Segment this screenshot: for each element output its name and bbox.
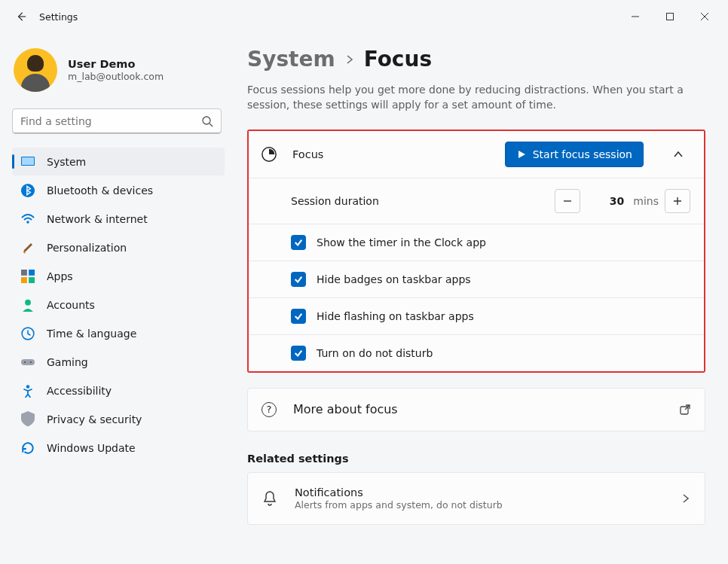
- play-icon: [516, 149, 527, 160]
- checkbox-hide-badges[interactable]: [291, 272, 306, 287]
- notifications-title: Notifications: [295, 486, 503, 498]
- help-icon: ?: [262, 402, 277, 417]
- bluetooth-icon: [21, 184, 35, 197]
- svg-rect-12: [21, 359, 35, 365]
- nav-item-personalization[interactable]: Personalization: [12, 233, 225, 261]
- minimize-icon: [632, 13, 639, 20]
- search-box[interactable]: [12, 108, 222, 134]
- nav-item-accounts[interactable]: Accounts: [12, 291, 225, 319]
- back-button[interactable]: [6, 2, 36, 32]
- more-about-focus-card[interactable]: ? More about focus: [247, 388, 705, 431]
- collapse-button[interactable]: [666, 142, 690, 166]
- duration-value: 30: [586, 195, 627, 207]
- duration-unit: mins: [633, 195, 659, 207]
- close-button[interactable]: [687, 5, 722, 29]
- focus-icon: [261, 146, 277, 163]
- window-title: Settings: [39, 11, 78, 23]
- gamepad-icon: [21, 355, 35, 369]
- chevron-right-icon: [344, 54, 355, 65]
- svg-rect-9: [29, 277, 35, 283]
- plus-icon: [672, 196, 683, 206]
- nav-label: Accounts: [47, 299, 95, 311]
- close-icon: [701, 13, 708, 20]
- nav: System Bluetooth & devices Network & int…: [12, 148, 225, 462]
- more-about-label: More about focus: [293, 402, 398, 416]
- nav-label: Bluetooth & devices: [47, 184, 153, 197]
- brush-icon: [21, 241, 35, 255]
- option-label: Hide badges on taskbar apps: [317, 273, 471, 285]
- page-description: Focus sessions help you get more done by…: [247, 82, 699, 113]
- chevron-up-icon: [673, 149, 684, 160]
- minus-icon: [562, 196, 573, 206]
- minimize-button[interactable]: [618, 5, 653, 29]
- nav-label: Windows Update: [47, 442, 136, 454]
- search-icon: [201, 115, 213, 127]
- svg-point-1: [203, 117, 210, 124]
- session-duration-label: Session duration: [291, 195, 379, 207]
- breadcrumb-parent[interactable]: System: [247, 47, 335, 72]
- increase-duration-button[interactable]: [665, 189, 690, 213]
- svg-point-13: [24, 361, 26, 363]
- external-link-icon: [679, 404, 691, 416]
- search-input[interactable]: [20, 115, 201, 127]
- arrow-left-icon: [16, 11, 26, 22]
- svg-point-15: [26, 385, 30, 389]
- svg-point-5: [26, 221, 29, 224]
- nav-item-apps[interactable]: Apps: [12, 262, 225, 290]
- shield-icon: [21, 413, 35, 426]
- nav-item-network[interactable]: Network & internet: [12, 205, 225, 233]
- option-show-timer: Show the timer in the Clock app: [249, 224, 704, 261]
- check-icon: [294, 312, 303, 321]
- checkbox-dnd[interactable]: [291, 346, 306, 361]
- notifications-subtitle: Alerts from apps and system, do not dist…: [295, 499, 503, 511]
- focus-header-row: Focus Start focus session: [249, 131, 704, 178]
- option-dnd: Turn on do not disturb: [249, 335, 704, 371]
- nav-label: Gaming: [47, 356, 88, 368]
- bell-icon: [262, 490, 278, 507]
- nav-item-gaming[interactable]: Gaming: [12, 348, 225, 376]
- checkbox-show-timer[interactable]: [291, 235, 306, 250]
- nav-item-bluetooth[interactable]: Bluetooth & devices: [12, 176, 225, 204]
- nav-item-privacy[interactable]: Privacy & security: [12, 405, 225, 433]
- option-label: Show the timer in the Clock app: [317, 236, 486, 248]
- profile-block[interactable]: User Demo m_lab@outlook.com: [12, 41, 225, 105]
- update-icon: [21, 441, 35, 455]
- apps-icon: [21, 270, 35, 283]
- focus-label: Focus: [292, 148, 490, 160]
- maximize-button[interactable]: [653, 5, 687, 29]
- option-hide-badges: Hide badges on taskbar apps: [249, 261, 704, 298]
- related-settings-heading: Related settings: [247, 453, 705, 465]
- svg-rect-3: [22, 157, 34, 165]
- profile-email: m_lab@outlook.com: [68, 71, 164, 82]
- clock-globe-icon: [21, 327, 35, 340]
- decrease-duration-button[interactable]: [555, 189, 580, 213]
- session-duration-row: Session duration 30 mins: [249, 178, 704, 224]
- svg-point-10: [25, 299, 31, 305]
- nav-label: Accessibility: [47, 385, 112, 397]
- start-button-label: Start focus session: [533, 148, 632, 160]
- accessibility-icon: [21, 384, 35, 398]
- option-label: Hide flashing on taskbar apps: [317, 310, 474, 322]
- start-focus-session-button[interactable]: Start focus session: [505, 142, 644, 167]
- duration-stepper: 30 mins: [555, 189, 690, 213]
- check-icon: [294, 349, 303, 358]
- maximize-icon: [666, 13, 674, 20]
- breadcrumb-current: Focus: [364, 47, 432, 72]
- nav-label: Personalization: [47, 242, 127, 254]
- check-icon: [294, 238, 303, 247]
- nav-item-time-language[interactable]: Time & language: [12, 319, 225, 347]
- option-label: Turn on do not disturb: [317, 347, 433, 359]
- content-area: System Focus Focus sessions help you get…: [234, 33, 728, 564]
- checkbox-hide-flashing[interactable]: [291, 309, 306, 324]
- nav-label: Privacy & security: [47, 413, 142, 425]
- title-bar: Settings: [0, 0, 728, 33]
- nav-label: Apps: [47, 270, 73, 282]
- nav-label: Network & internet: [47, 213, 148, 225]
- nav-item-system[interactable]: System: [12, 148, 225, 175]
- notifications-card[interactable]: Notifications Alerts from apps and syste…: [247, 472, 705, 525]
- focus-card: Focus Start focus session Session durati…: [249, 131, 704, 371]
- nav-item-windows-update[interactable]: Windows Update: [12, 434, 225, 462]
- nav-item-accessibility[interactable]: Accessibility: [12, 377, 225, 404]
- svg-rect-6: [21, 270, 27, 276]
- chevron-right-icon: [681, 493, 691, 504]
